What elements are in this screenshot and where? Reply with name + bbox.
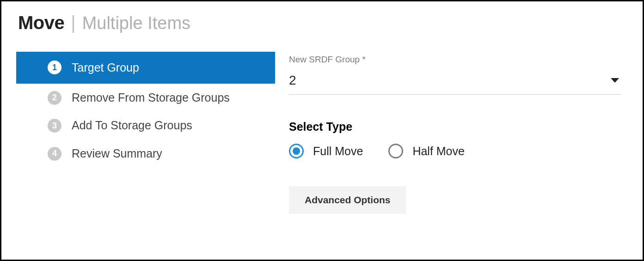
step-label: Review Summary: [72, 146, 162, 161]
wizard-steps: 1 Target Group 2 Remove From Storage Gro…: [16, 52, 275, 214]
select-type-radio-group: Full Move Half Move: [289, 144, 621, 158]
step-add-to-storage-groups[interactable]: 3 Add To Storage Groups: [16, 111, 275, 140]
radio-unselected-icon: [388, 144, 403, 158]
header-divider: |: [71, 12, 75, 33]
srdf-group-label: New SRDF Group *: [289, 55, 621, 65]
srdf-group-dropdown[interactable]: 2: [289, 73, 621, 95]
radio-full-move[interactable]: Full Move: [289, 144, 363, 158]
radio-label: Half Move: [412, 145, 465, 158]
page-subtitle: Multiple Items: [82, 13, 190, 33]
select-type-heading: Select Type: [289, 120, 621, 134]
form-panel: New SRDF Group * 2 Select Type Full Move…: [289, 52, 628, 214]
step-review-summary[interactable]: 4 Review Summary: [16, 140, 275, 168]
step-number-4: 4: [48, 147, 61, 161]
radio-half-move[interactable]: Half Move: [388, 144, 465, 158]
step-remove-from-storage-groups[interactable]: 2 Remove From Storage Groups: [16, 84, 275, 112]
radio-selected-icon: [289, 144, 304, 158]
srdf-group-value: 2: [289, 73, 296, 88]
chevron-down-icon: [611, 78, 619, 83]
advanced-options-button[interactable]: Advanced Options: [289, 186, 406, 214]
step-label: Target Group: [72, 60, 139, 75]
page-header: Move | Multiple Items: [16, 12, 628, 33]
step-target-group[interactable]: 1 Target Group: [16, 52, 275, 84]
step-number-2: 2: [48, 91, 61, 105]
step-label: Remove From Storage Groups: [72, 90, 230, 105]
step-number-1: 1: [48, 61, 61, 74]
page-title: Move: [18, 12, 64, 33]
step-label: Add To Storage Groups: [72, 118, 192, 133]
main-content: 1 Target Group 2 Remove From Storage Gro…: [16, 52, 628, 214]
step-number-3: 3: [48, 119, 61, 133]
radio-label: Full Move: [313, 145, 363, 158]
